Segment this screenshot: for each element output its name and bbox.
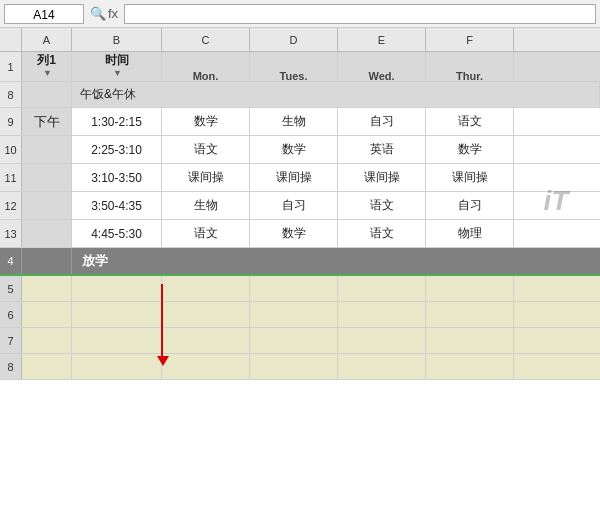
cell-13c[interactable]: 语文 <box>162 220 250 247</box>
cell-12e[interactable]: 语文 <box>338 192 426 219</box>
cell-11e[interactable]: 课间操 <box>338 164 426 191</box>
cell-12b[interactable]: 3:50-4:35 <box>72 192 162 219</box>
col-header-e[interactable]: E <box>338 28 426 51</box>
cell-11a[interactable] <box>22 164 72 191</box>
cell-15f[interactable] <box>426 276 514 301</box>
row-16: 6 <box>0 302 600 328</box>
cell-10b[interactable]: 2:25-3:10 <box>72 136 162 163</box>
fx-icon: 🔍 fx <box>90 6 118 21</box>
formula-bar[interactable] <box>124 4 596 24</box>
cell-1f[interactable]: 星期四 Thur. ▼ <box>426 52 514 81</box>
col-header-a[interactable]: A <box>22 28 72 51</box>
cell-12d[interactable]: 自习 <box>250 192 338 219</box>
dropdown-icon-1b[interactable]: ▼ <box>113 68 122 80</box>
col-header-d[interactable]: D <box>250 28 338 51</box>
row-num-10: 10 <box>0 136 22 163</box>
cell-10c[interactable]: 语文 <box>162 136 250 163</box>
cell-13a[interactable] <box>22 220 72 247</box>
cell-9e[interactable]: 自习 <box>338 108 426 135</box>
row-num-14: 4 <box>0 248 22 274</box>
cell-10e[interactable]: 英语 <box>338 136 426 163</box>
header-data-row: 1 列1 ▼ 时间 ▼ 星期一 Mon. ▼ 星期二 Tues. ▼ 星期三 W… <box>0 52 600 82</box>
row-9: 9 下午 1:30-2:15 数学 生物 自习 语文 <box>0 108 600 136</box>
spreadsheet: A B C D E F 1 列1 ▼ 时间 ▼ 星期一 Mon. ▼ 星期二 T… <box>0 28 600 380</box>
cell-16e[interactable] <box>338 302 426 327</box>
cell-12c[interactable]: 生物 <box>162 192 250 219</box>
cell-13b[interactable]: 4:45-5:30 <box>72 220 162 247</box>
dropdown-icon-1a[interactable]: ▼ <box>43 68 52 80</box>
cell-9d[interactable]: 生物 <box>250 108 338 135</box>
row-15: 5 <box>0 276 600 302</box>
cell-14a[interactable] <box>22 248 72 274</box>
row-8-merged: 8 午饭&午休 <box>0 82 600 108</box>
row-num-8: 8 <box>0 82 22 107</box>
cell-18c[interactable] <box>162 354 250 379</box>
cell-9c[interactable]: 数学 <box>162 108 250 135</box>
row-num-18: 8 <box>0 354 22 379</box>
cell-17a[interactable] <box>22 328 72 353</box>
row-18: 8 <box>0 354 600 380</box>
cell-18d[interactable] <box>250 354 338 379</box>
cell-17b[interactable] <box>72 328 162 353</box>
cell-18b[interactable] <box>72 354 162 379</box>
cell-18f[interactable] <box>426 354 514 379</box>
cell-16f[interactable] <box>426 302 514 327</box>
cell-12a[interactable] <box>22 192 72 219</box>
cell-9f[interactable]: 语文 <box>426 108 514 135</box>
cell-11c[interactable]: 课间操 <box>162 164 250 191</box>
cell-reference-box[interactable]: A14 <box>4 4 84 24</box>
cell-1d[interactable]: 星期二 Tues. ▼ <box>250 52 338 81</box>
cell-17f[interactable] <box>426 328 514 353</box>
cell-11f[interactable]: 课间操 <box>426 164 514 191</box>
cell-15d[interactable] <box>250 276 338 301</box>
row-num-1: 1 <box>0 52 22 81</box>
cell-10d[interactable]: 数学 <box>250 136 338 163</box>
cell-16b[interactable] <box>72 302 162 327</box>
cell-13e[interactable]: 语文 <box>338 220 426 247</box>
cell-1e[interactable]: 星期三 Wed. ▼ <box>338 52 426 81</box>
cell-16d[interactable] <box>250 302 338 327</box>
cell-15b[interactable] <box>72 276 162 301</box>
cell-12f[interactable]: 自习 <box>426 192 514 219</box>
cell-1a[interactable]: 列1 ▼ <box>22 52 72 81</box>
row-num-corner <box>0 28 22 51</box>
col-header-b[interactable]: B <box>72 28 162 51</box>
cell-13d[interactable]: 数学 <box>250 220 338 247</box>
row-14-fangxue: 4 放学 <box>0 248 600 276</box>
cell-18a[interactable] <box>22 354 72 379</box>
cell-17c[interactable] <box>162 328 250 353</box>
cell-18e[interactable] <box>338 354 426 379</box>
cell-8-merged[interactable]: 午饭&午休 <box>72 82 600 107</box>
cell-11d[interactable]: 课间操 <box>250 164 338 191</box>
top-bar: A14 🔍 fx <box>0 0 600 28</box>
row-11: 11 3:10-3:50 课间操 课间操 课间操 课间操 <box>0 164 600 192</box>
cell-9b[interactable]: 1:30-2:15 <box>72 108 162 135</box>
cell-1b[interactable]: 时间 ▼ <box>72 52 162 81</box>
cell-16c[interactable] <box>162 302 250 327</box>
cell-15a[interactable] <box>22 276 72 301</box>
col-header-c[interactable]: C <box>162 28 250 51</box>
cell-16a[interactable] <box>22 302 72 327</box>
row-12: 12 3:50-4:35 生物 自习 语文 自习 <box>0 192 600 220</box>
cell-15c[interactable] <box>162 276 250 301</box>
row-num-15: 5 <box>0 276 22 301</box>
cell-9a[interactable]: 下午 <box>22 108 72 135</box>
row-10: 10 2:25-3:10 语文 数学 英语 数学 <box>0 136 600 164</box>
cell-14-merged-fangxue[interactable]: 放学 <box>72 248 600 274</box>
cell-17d[interactable] <box>250 328 338 353</box>
cell-10a[interactable] <box>22 136 72 163</box>
cell-15e[interactable] <box>338 276 426 301</box>
col-header-f[interactable]: F <box>426 28 514 51</box>
row-num-17: 7 <box>0 328 22 353</box>
row-num-12: 12 <box>0 192 22 219</box>
row-13: 13 4:45-5:30 语文 数学 语文 物理 <box>0 220 600 248</box>
row-num-9: 9 <box>0 108 22 135</box>
row-num-16: 6 <box>0 302 22 327</box>
cell-11b[interactable]: 3:10-3:50 <box>72 164 162 191</box>
cell-10f[interactable]: 数学 <box>426 136 514 163</box>
column-headers: A B C D E F <box>0 28 600 52</box>
cell-8a[interactable] <box>22 82 72 107</box>
cell-13f[interactable]: 物理 <box>426 220 514 247</box>
cell-1c[interactable]: 星期一 Mon. ▼ <box>162 52 250 81</box>
cell-17e[interactable] <box>338 328 426 353</box>
